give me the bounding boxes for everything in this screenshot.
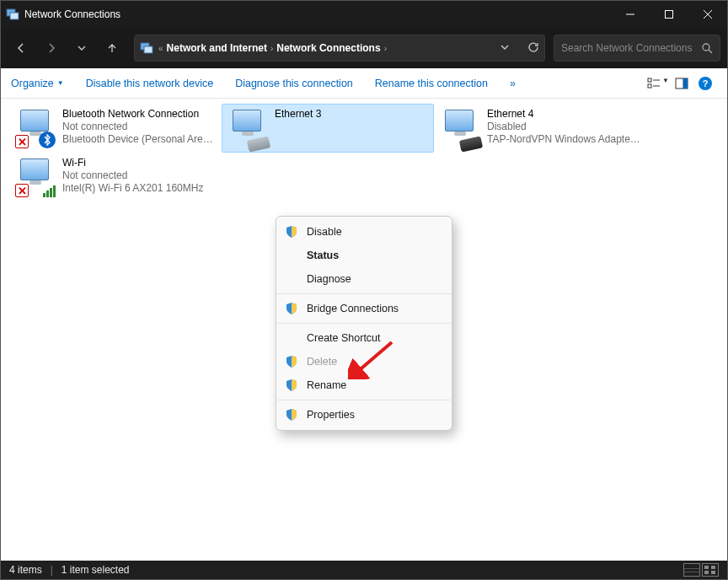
svg-point-8 — [703, 44, 709, 51]
recent-dropdown[interactable] — [68, 35, 95, 62]
content-area: ✕Bluetooth Network ConnectionNot connect… — [1, 99, 727, 561]
context-menu-separator — [277, 400, 451, 400]
context-menu-item-bridge-connections[interactable]: Bridge Connections — [276, 297, 452, 320]
connection-text: Ethernet 4DisabledTAP-NordVPN Windows Ad… — [487, 108, 640, 148]
shield-icon — [285, 225, 298, 239]
search-input[interactable]: Search Network Connections — [554, 35, 720, 62]
svg-rect-7 — [144, 46, 153, 53]
status-item-count: 4 items — [9, 564, 42, 576]
connection-text: Bluetooth Network ConnectionNot connecte… — [62, 108, 216, 148]
address-bar[interactable]: « Network and Internet › Network Connect… — [134, 35, 545, 62]
rename-connection-button[interactable]: Rename this connection — [375, 78, 488, 89]
svg-rect-16 — [683, 78, 688, 89]
context-menu-item-diagnose[interactable]: Diagnose — [276, 267, 452, 291]
context-menu-item-status[interactable]: Status — [276, 244, 452, 267]
search-icon — [701, 42, 713, 54]
connection-status: Not connected — [62, 121, 216, 133]
disconnected-icon: ✕ — [15, 135, 29, 148]
context-menu-label: Bridge Connections — [307, 303, 399, 314]
disconnected-icon: ✕ — [15, 184, 29, 197]
back-button[interactable] — [8, 35, 35, 62]
bluetooth-icon — [39, 132, 56, 148]
app-icon — [1, 8, 24, 21]
context-menu-item-delete: Delete — [276, 350, 452, 373]
context-menu-label: Disable — [307, 226, 342, 238]
shield-icon — [285, 302, 298, 315]
context-menu-item-disable[interactable]: Disable — [276, 220, 452, 244]
chevron-right-icon: › — [384, 44, 387, 53]
adapter-icon — [440, 108, 480, 148]
connection-text: Wi-FiNot connectedIntel(R) Wi-Fi 6 AX201… — [62, 157, 203, 197]
location-icon — [140, 41, 153, 55]
view-options-button[interactable]: ▼ — [646, 77, 670, 90]
breadcrumb-prefix[interactable]: « — [158, 44, 163, 53]
forward-button[interactable] — [38, 35, 65, 62]
titlebar: Network Connections — [1, 1, 727, 28]
preview-pane-button[interactable] — [670, 77, 693, 90]
search-placeholder: Search Network Connections — [561, 42, 701, 54]
context-menu-label: Create Shortcut — [307, 332, 381, 344]
context-menu-item-rename[interactable]: Rename — [276, 373, 452, 397]
context-menu-label: Delete — [307, 356, 337, 368]
refresh-button[interactable] — [527, 41, 539, 56]
shield-icon — [285, 408, 298, 422]
connection-item[interactable]: ✕Bluetooth Network ConnectionNot connect… — [9, 104, 222, 153]
connection-item[interactable]: Ethernet 3 — [222, 104, 434, 153]
disable-device-button[interactable]: Disable this network device — [86, 78, 213, 89]
connection-name: Wi-Fi — [62, 157, 203, 169]
context-menu-label: Rename — [307, 379, 346, 391]
adapter-icon: ✕ — [15, 157, 56, 197]
command-bar: Organize ▼ Disable this network device D… — [1, 68, 727, 99]
adapter-icon: ✕ — [15, 108, 56, 148]
organize-menu[interactable]: Organize ▼ — [11, 78, 64, 89]
context-menu-separator — [277, 323, 451, 324]
context-menu-separator — [277, 293, 451, 294]
connection-name: Ethernet 4 — [487, 108, 640, 121]
chevron-right-icon: › — [270, 44, 273, 53]
adapter-icon — [228, 108, 268, 148]
view-large-icons-button[interactable] — [702, 563, 719, 577]
svg-rect-10 — [648, 78, 651, 82]
help-button[interactable]: ? — [693, 77, 717, 90]
close-button[interactable] — [688, 1, 727, 28]
address-dropdown[interactable] — [500, 42, 509, 54]
view-details-button[interactable] — [683, 563, 700, 577]
ethernet-cable-icon — [247, 136, 270, 152]
svg-rect-3 — [666, 11, 673, 19]
ethernet-cable-icon — [459, 136, 483, 152]
navbar: « Network and Internet › Network Connect… — [1, 28, 727, 68]
connection-name: Ethernet 3 — [275, 108, 321, 121]
svg-rect-21 — [711, 571, 715, 574]
context-menu-item-properties[interactable]: Properties — [276, 403, 452, 427]
up-button[interactable] — [99, 35, 126, 62]
connection-status: Disabled — [487, 121, 640, 133]
svg-rect-19 — [711, 566, 715, 569]
svg-rect-1 — [10, 13, 19, 19]
connection-name: Bluetooth Network Connection — [62, 108, 216, 121]
context-menu: DisableStatusDiagnoseBridge ConnectionsC… — [276, 216, 452, 431]
connection-item[interactable]: ✕Wi-FiNot connectedIntel(R) Wi-Fi 6 AX20… — [9, 153, 222, 201]
toolbar-overflow[interactable]: » — [510, 78, 516, 89]
connection-item[interactable]: Ethernet 4DisabledTAP-NordVPN Windows Ad… — [434, 104, 646, 153]
minimize-button[interactable] — [611, 1, 650, 28]
diagnose-connection-button[interactable]: Diagnose this connection — [235, 78, 353, 89]
context-menu-label: Diagnose — [307, 273, 351, 285]
window-title: Network Connections — [24, 8, 611, 20]
svg-rect-20 — [704, 571, 709, 574]
maximize-button[interactable] — [650, 1, 688, 28]
connection-device: Bluetooth Device (Personal Area ... — [62, 133, 216, 146]
breadcrumb-seg-2[interactable]: Network Connections — [276, 42, 380, 54]
shield-icon — [285, 379, 298, 392]
connection-text: Ethernet 3 — [275, 108, 321, 148]
wifi-bars-icon — [43, 185, 56, 197]
svg-rect-18 — [704, 566, 709, 569]
svg-line-9 — [709, 50, 712, 53]
connection-status: Not connected — [62, 169, 203, 182]
connection-device: Intel(R) Wi-Fi 6 AX201 160MHz — [62, 182, 203, 195]
context-menu-item-create-shortcut[interactable]: Create Shortcut — [276, 326, 452, 350]
status-bar: 4 items | 1 item selected — [1, 561, 727, 579]
svg-rect-11 — [648, 84, 651, 88]
status-selected-count: 1 item selected — [62, 564, 130, 576]
shield-icon — [285, 355, 298, 368]
breadcrumb-seg-1[interactable]: Network and Internet — [167, 42, 267, 54]
